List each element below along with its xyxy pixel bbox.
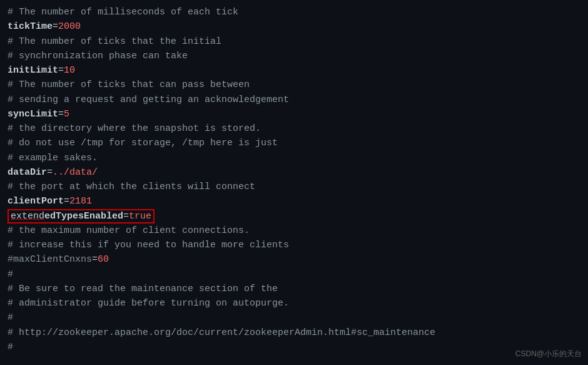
line-4: # synchronization phase can take [8, 49, 580, 63]
line-7: # sending a request and getting an ackno… [8, 93, 580, 107]
watermark: CSDN@小乐的天台 [515, 348, 582, 360]
line-13: # the port at which the clients will con… [8, 180, 580, 194]
line-9: # the directory where the snapshot is st… [8, 121, 580, 136]
line-19: # [8, 267, 580, 282]
line-18: #maxClientCnxns=60 [8, 252, 580, 267]
line-2: tickTime=2000 [8, 19, 580, 34]
line-16: # the maximum number of client connectio… [8, 224, 580, 238]
line-24: # [8, 340, 580, 354]
line-23: # http://zookeeper.apache.org/doc/curren… [8, 326, 580, 340]
line-6: # The number of ticks that can pass betw… [8, 78, 580, 92]
line-12: dataDir=../data/ [8, 165, 580, 180]
highlight-box: extendedTypesEnabled=true [8, 209, 155, 224]
line-15-highlighted: extendedTypesEnabled=true [8, 209, 580, 224]
line-1: # The number of milliseconds of each tic… [8, 5, 580, 19]
line-10: # do not use /tmp for storage, /tmp here… [8, 136, 580, 150]
line-17: # increase this if you need to handle mo… [8, 238, 580, 252]
code-editor: # The number of milliseconds of each tic… [0, 0, 588, 365]
line-22: # [8, 311, 580, 325]
line-20: # Be sure to read the maintenance sectio… [8, 282, 580, 296]
line-8: syncLimit=5 [8, 107, 580, 121]
line-11: # example sakes. [8, 151, 580, 165]
line-5: initLimit=10 [8, 63, 580, 78]
line-21: # administrator guide before turning on … [8, 296, 580, 311]
line-3: # The number of ticks that the initial [8, 34, 580, 49]
line-14: clientPort=2181 [8, 194, 580, 208]
